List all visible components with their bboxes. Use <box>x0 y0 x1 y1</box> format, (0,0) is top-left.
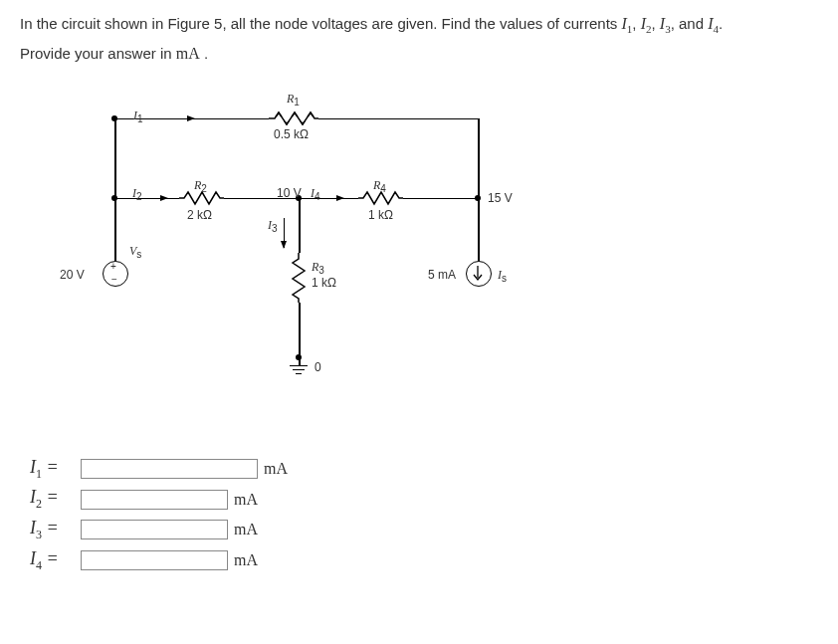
r1-name: R1 <box>287 92 300 107</box>
answer-section: I1 = mA I2 = mA I3 = mA I4 = mA <box>30 457 818 572</box>
r2-name: R2 <box>194 178 207 194</box>
unit-label: mA <box>234 491 258 509</box>
question-line2: Provide your answer in <box>20 45 176 62</box>
r2-value: 2 kΩ <box>187 208 212 222</box>
unit-label: mA <box>264 460 288 478</box>
r3-value: 1 kΩ <box>312 276 336 290</box>
r3-name: R3 <box>312 260 324 276</box>
question-unit: mA <box>176 45 200 62</box>
vs-label: Vs <box>129 244 141 260</box>
right-node-voltage: 15 V <box>488 191 513 205</box>
i3-input[interactable] <box>81 520 228 539</box>
unit-label: mA <box>234 551 258 569</box>
i1-input[interactable] <box>81 459 258 479</box>
mid-node-voltage: 10 V <box>277 186 302 200</box>
i4-label: I4 <box>311 186 320 202</box>
i1-label: I1 <box>133 108 143 124</box>
r1-value: 0.5 kΩ <box>274 127 309 141</box>
i2-input[interactable] <box>81 490 228 510</box>
i3-label: I3 <box>268 218 278 234</box>
answer-row-i3: I3 = mA <box>30 518 818 542</box>
question-line1-prefix: In the circuit shown in Figure 5, all th… <box>20 15 622 32</box>
circuit-diagram: R1 0.5 kΩ R2 2 kΩ R4 1 kΩ R3 1 kΩ + − Vs… <box>60 99 577 417</box>
is-label: Is <box>498 268 507 284</box>
answer-row-i2: I2 = mA <box>30 487 818 512</box>
r4-name: R4 <box>373 178 386 194</box>
resistor-r3-icon <box>291 253 307 303</box>
unit-label: mA <box>234 521 258 538</box>
answer-row-i1: I1 = mA <box>30 457 818 482</box>
ground-label: 0 <box>314 360 321 374</box>
question-text: In the circuit shown in Figure 5, all th… <box>20 10 818 69</box>
i4-input[interactable] <box>81 550 228 570</box>
r4-value: 1 kΩ <box>368 208 393 222</box>
is-value: 5 mA <box>428 268 456 282</box>
i2-label: I2 <box>132 186 142 202</box>
answer-row-i4: I4 = mA <box>30 548 818 573</box>
vs-value: 20 V <box>60 268 85 282</box>
